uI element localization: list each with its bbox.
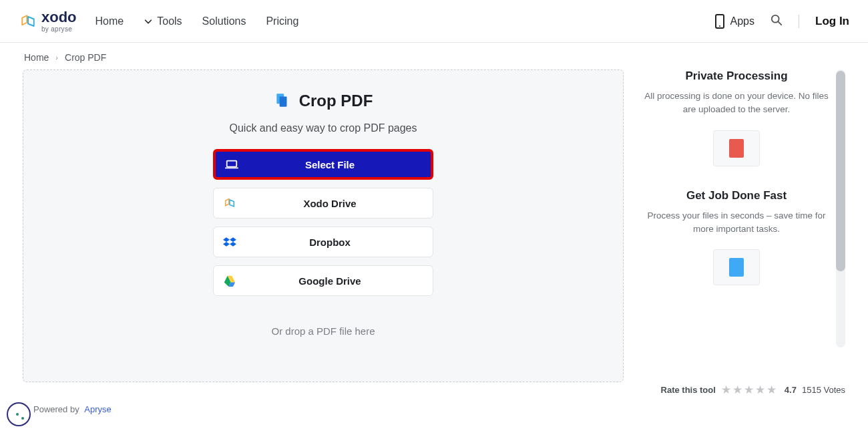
xodo-drive-icon — [223, 196, 236, 210]
select-file-label: Select File — [238, 159, 421, 170]
feature-illustration — [638, 125, 835, 172]
file-source-stack: Select File Xodo Drive Dropbox Google Dr… — [213, 149, 433, 296]
rating-stars[interactable]: ★ ★ ★ ★ ★ — [721, 383, 777, 397]
top-nav: xodo by apryse Home Tools Solutions Pric… — [0, 0, 868, 43]
nav-tools-label: Tools — [157, 15, 182, 27]
feature-desc: All processing is done on your device. N… — [638, 90, 835, 117]
select-file-button[interactable]: Select File — [213, 149, 433, 180]
feature-title: Get Job Done Fast — [638, 189, 835, 202]
xodo-drive-label: Xodo Drive — [236, 198, 423, 209]
nav-tools[interactable]: Tools — [144, 15, 182, 27]
feature-desc: Process your files in seconds – save tim… — [638, 209, 835, 237]
rating-label: Rate this tool — [661, 385, 716, 395]
feature-title: Private Processing — [638, 69, 835, 83]
svg-point-2 — [772, 15, 779, 22]
google-drive-button[interactable]: Google Drive — [213, 265, 433, 296]
file-dropzone[interactable]: Crop PDF Quick and easy way to crop PDF … — [23, 69, 624, 382]
google-drive-label: Google Drive — [236, 275, 423, 287]
scrollbar-thumb[interactable] — [836, 71, 845, 271]
feature-illustration — [638, 244, 835, 291]
right-actions: Apps Log In — [714, 14, 849, 29]
phone-icon — [714, 14, 725, 29]
brand-name: xodo — [41, 10, 77, 25]
star-icon[interactable]: ★ — [721, 383, 731, 397]
star-icon[interactable]: ★ — [744, 383, 754, 397]
dropbox-label: Dropbox — [236, 237, 423, 248]
nav-pricing[interactable]: Pricing — [266, 15, 298, 27]
star-icon[interactable]: ★ — [767, 383, 777, 397]
divider — [799, 15, 799, 28]
search-button[interactable] — [771, 14, 783, 29]
nav-links: Home Tools Solutions Pricing — [95, 15, 299, 27]
chevron-down-icon — [144, 17, 153, 26]
breadcrumb: Home › Crop PDF — [0, 43, 868, 69]
dropbox-button[interactable]: Dropbox — [213, 227, 433, 257]
brand-logo[interactable]: xodo by apryse — [19, 10, 77, 33]
cookie-settings-button[interactable] — [7, 402, 31, 426]
star-icon[interactable]: ★ — [755, 383, 765, 397]
xodo-logo-icon — [19, 12, 37, 31]
apps-link[interactable]: Apps — [714, 14, 754, 29]
brand-subtitle: by apryse — [41, 26, 77, 33]
apps-label: Apps — [730, 15, 754, 27]
svg-line-3 — [779, 21, 782, 25]
tool-subtitle: Quick and easy way to crop PDF pages — [229, 122, 417, 134]
dropbox-icon — [223, 235, 236, 249]
breadcrumb-home[interactable]: Home — [24, 52, 49, 63]
vendor-link[interactable]: Apryse — [84, 404, 111, 414]
info-sidepanel: Private Processing All processing is don… — [638, 69, 845, 382]
tool-title-row: Crop PDF — [274, 92, 373, 110]
tool-title: Crop PDF — [299, 92, 373, 110]
svg-rect-6 — [227, 161, 237, 167]
rating-value: 4.7 — [785, 385, 797, 395]
crop-pdf-icon — [274, 92, 291, 110]
svg-rect-5 — [279, 97, 286, 107]
workspace: Crop PDF Quick and easy way to crop PDF … — [0, 69, 868, 382]
powered-label: Powered by — [33, 404, 79, 414]
rating-votes: 1515 Votes — [802, 385, 845, 395]
nav-solutions[interactable]: Solutions — [202, 15, 246, 27]
xodo-drive-button[interactable]: Xodo Drive — [213, 188, 433, 219]
feature-fast: Get Job Done Fast Process your files in … — [638, 189, 835, 291]
search-icon — [771, 14, 783, 26]
nav-home[interactable]: Home — [95, 15, 124, 27]
login-link[interactable]: Log In — [815, 15, 849, 28]
breadcrumb-current: Crop PDF — [65, 52, 106, 63]
breadcrumb-separator-icon: › — [55, 53, 58, 61]
google-drive-icon — [223, 274, 236, 287]
rating-bar: Rate this tool ★ ★ ★ ★ ★ 4.7 1515 Votes — [661, 383, 845, 397]
laptop-icon — [225, 158, 238, 171]
drop-hint: Or drop a PDF file here — [271, 325, 375, 337]
powered-by: Powered by Apryse — [33, 404, 112, 414]
star-icon[interactable]: ★ — [732, 383, 742, 397]
feature-private-processing: Private Processing All processing is don… — [638, 69, 835, 172]
svg-point-1 — [719, 25, 720, 27]
